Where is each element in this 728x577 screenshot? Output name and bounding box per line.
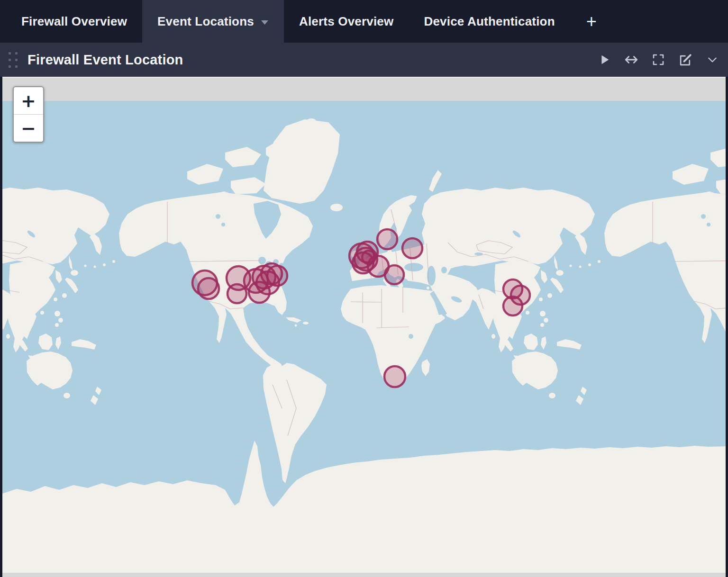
tab-device-authentication[interactable]: Device Authentication (409, 0, 570, 43)
panel-title: Firewall Event Location (27, 52, 183, 68)
event-location-marker[interactable] (198, 278, 219, 299)
tab-alerts-overview[interactable]: Alerts Overview (284, 0, 409, 43)
map-zoom-control: + − (13, 86, 44, 143)
map-canvas (2, 77, 726, 577)
tab-event-locations[interactable]: Event Locations (142, 0, 284, 43)
event-location-marker[interactable] (377, 229, 397, 249)
event-location-marker[interactable] (267, 266, 287, 286)
event-location-marker[interactable] (385, 265, 404, 284)
tab-firewall-overview[interactable]: Firewall Overview (6, 0, 142, 43)
zoom-out-button[interactable]: − (14, 115, 43, 142)
tab-label: Firewall Overview (21, 14, 127, 29)
map-top-edge (2, 77, 726, 78)
tab-label: Alerts Overview (299, 14, 394, 29)
drag-handle-icon[interactable] (7, 50, 19, 69)
panel-header: Firewall Event Location (0, 43, 728, 77)
map-out-of-bounds-bottom (2, 573, 726, 577)
chevron-down-icon (261, 20, 269, 25)
play-icon[interactable] (597, 53, 611, 67)
event-location-marker[interactable] (384, 366, 405, 387)
edit-icon[interactable] (678, 53, 692, 67)
zoom-in-button[interactable]: + (14, 87, 43, 115)
world-map[interactable]: + − (2, 77, 726, 577)
event-location-marker[interactable] (402, 238, 422, 258)
add-tab-button[interactable]: + (570, 0, 613, 43)
resize-horizontal-icon[interactable] (624, 53, 638, 67)
event-location-marker[interactable] (249, 282, 270, 303)
tab-label: Event Locations (157, 14, 254, 29)
collapse-chevron-icon[interactable] (705, 53, 719, 67)
event-location-marker[interactable] (228, 284, 246, 303)
map-out-of-bounds-top (2, 78, 726, 101)
event-location-marker[interactable] (503, 297, 522, 316)
dashboard-tab-bar: Firewall Overview Event Locations Alerts… (0, 0, 728, 43)
fullscreen-icon[interactable] (651, 53, 665, 67)
tab-label: Device Authentication (424, 14, 555, 29)
panel-toolbar (597, 53, 728, 67)
plus-icon: + (586, 11, 597, 32)
